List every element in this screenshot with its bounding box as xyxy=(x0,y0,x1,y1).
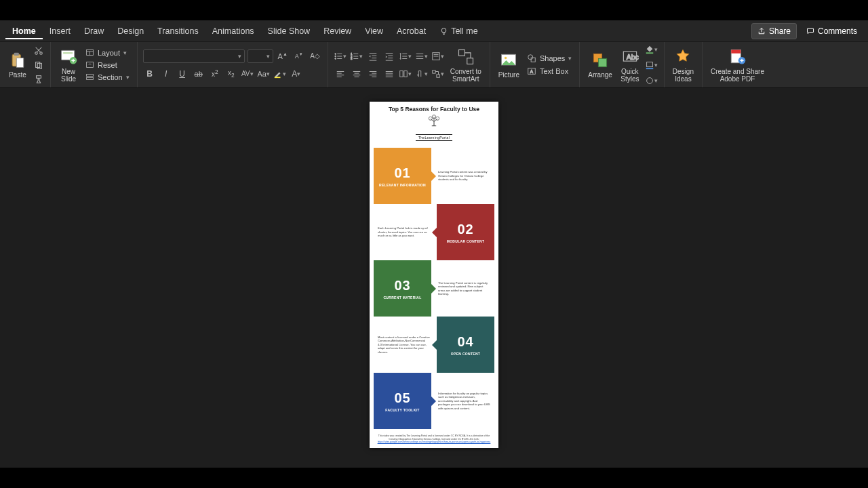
shape-fill-button[interactable]: ▾ xyxy=(645,43,658,56)
bullets-button[interactable]: ▾ xyxy=(334,49,347,63)
quick-styles-icon: Abc xyxy=(620,47,639,66)
reason-1: 01 RELEVANT INFORMATION Learning Portal … xyxy=(374,148,494,204)
paste-button[interactable]: Paste xyxy=(5,49,30,80)
text-direction-button[interactable]: ▾ xyxy=(415,49,429,63)
quick-styles-button[interactable]: Abc Quick Styles xyxy=(618,46,642,84)
reason-3-num: 03 xyxy=(394,278,410,293)
paste-label: Paste xyxy=(9,71,26,79)
tab-insert[interactable]: Insert xyxy=(43,22,77,39)
numbering-button[interactable]: 123▾ xyxy=(350,49,363,63)
create-share-adobe-pdf-button[interactable]: Create and Share Adobe PDF xyxy=(708,46,767,84)
align-vertical-icon xyxy=(431,52,441,61)
change-case-button[interactable]: Aa▾ xyxy=(257,67,271,81)
slide-logo-text: TheLearningPortal xyxy=(416,134,452,141)
new-slide-button[interactable]: New Slide xyxy=(56,46,81,84)
group-clipboard: Paste xyxy=(0,42,51,87)
group-paragraph: ▾ 123▾ ▾ ▾ ▾ ▾ ▾ ▾ xyxy=(328,42,490,87)
decrease-font-size-button[interactable]: A▼ xyxy=(292,49,306,63)
tab-slide-show[interactable]: Slide Show xyxy=(261,22,317,39)
align-right-button[interactable] xyxy=(366,67,380,81)
italic-button[interactable]: I xyxy=(159,67,173,81)
clear-formatting-button[interactable]: A◇ xyxy=(309,49,322,63)
justify-button[interactable] xyxy=(382,67,396,81)
svg-point-31 xyxy=(528,55,533,60)
section-button[interactable]: Section▾ xyxy=(83,72,132,82)
font-color-button[interactable]: A▾ xyxy=(290,67,303,81)
slide-canvas[interactable]: Top 5 Reasons for Faculty to Use TheLear… xyxy=(0,88,868,468)
text-box-button[interactable]: A Text Box xyxy=(525,66,574,77)
columns-icon xyxy=(399,69,408,79)
reset-icon xyxy=(85,60,94,69)
reason-2-heading: MODULAR CONTENT xyxy=(447,239,485,243)
font-highlight-button[interactable]: ▾ xyxy=(273,67,287,81)
tab-design[interactable]: Design xyxy=(111,22,151,39)
strikethrough-button[interactable]: ab xyxy=(192,67,205,81)
font-size-selector[interactable]: ▾ xyxy=(248,49,273,63)
text-effects-button[interactable]: AV▾ xyxy=(241,67,254,81)
superscript-button[interactable]: x2 xyxy=(208,67,222,81)
section-icon xyxy=(85,73,94,81)
letterbox-bottom xyxy=(0,468,868,488)
arrange-button[interactable]: Arrange xyxy=(585,49,615,80)
tab-review[interactable]: Review xyxy=(317,22,358,39)
copy-icon xyxy=(34,60,43,70)
svg-rect-39 xyxy=(646,52,654,54)
align-text-button[interactable]: ▾ xyxy=(431,49,445,63)
picture-button[interactable]: Picture xyxy=(496,49,522,80)
share-button[interactable]: Share xyxy=(751,23,797,39)
convert-smartart-icon xyxy=(456,47,475,66)
reason-4: 04 OPEN CONTENT Most content is licensed… xyxy=(374,317,494,373)
slide-title: Top 5 Reasons for Faculty to Use xyxy=(370,102,498,115)
smartart-small-icon xyxy=(431,69,441,79)
align-right-icon xyxy=(368,69,378,79)
tab-draw[interactable]: Draw xyxy=(77,22,111,39)
shape-outline-button[interactable]: ▾ xyxy=(645,58,658,72)
svg-rect-13 xyxy=(87,74,94,76)
credit-text: This video was created by The Learning P… xyxy=(378,434,490,441)
shapes-icon xyxy=(527,54,536,63)
tab-tell-me[interactable]: Tell me xyxy=(433,22,485,39)
cut-button[interactable] xyxy=(33,45,45,57)
convert-to-smartart-button[interactable]: Convert to SmartArt xyxy=(448,46,484,84)
line-spacing-button[interactable]: ▾ xyxy=(399,49,412,63)
reason-5-text: Information for faculty on popular topic… xyxy=(431,373,494,429)
copy-button[interactable] xyxy=(33,59,45,71)
reset-button[interactable]: Reset xyxy=(83,60,132,70)
align-left-button[interactable] xyxy=(334,67,347,81)
decrease-indent-button[interactable] xyxy=(366,49,380,63)
cut-icon xyxy=(34,46,43,56)
svg-rect-44 xyxy=(732,49,741,53)
smartart-small-button[interactable]: ▾ xyxy=(431,67,445,81)
design-ideas-button[interactable]: Design Ideas xyxy=(670,46,696,84)
svg-rect-12 xyxy=(87,62,94,67)
convert-smartart-label: Convert to SmartArt xyxy=(450,68,481,83)
format-painter-button[interactable] xyxy=(33,73,45,85)
shapes-button[interactable]: Shapes▾ xyxy=(525,53,574,64)
svg-point-46 xyxy=(429,117,432,120)
svg-rect-25 xyxy=(433,70,435,73)
comments-button[interactable]: Comments xyxy=(801,24,863,39)
rtl-icon xyxy=(415,69,425,79)
underline-button[interactable]: U xyxy=(176,67,189,81)
tab-home[interactable]: Home xyxy=(5,22,43,39)
slide[interactable]: Top 5 Reasons for Faculty to Use TheLear… xyxy=(370,102,498,448)
tab-view[interactable]: View xyxy=(358,22,390,39)
reason-4-num: 04 xyxy=(457,334,473,350)
tab-transitions[interactable]: Transitions xyxy=(151,22,205,39)
align-center-button[interactable] xyxy=(350,67,363,81)
columns-button[interactable]: ▾ xyxy=(399,67,412,81)
increase-font-size-button[interactable]: A▲ xyxy=(276,49,290,63)
layout-button[interactable]: Layout▾ xyxy=(83,47,132,58)
font-family-selector[interactable]: ▾ xyxy=(143,49,245,63)
bold-button[interactable]: B xyxy=(143,67,157,81)
subscript-button[interactable]: x2 xyxy=(224,67,238,81)
reason-1-num: 01 xyxy=(394,165,410,181)
tab-animations[interactable]: Animations xyxy=(205,22,261,39)
text-direction-icon xyxy=(415,52,425,61)
increase-indent-button[interactable] xyxy=(382,49,396,63)
credit-link[interactable]: https://sites.google.com/senecacollege.c… xyxy=(378,441,491,443)
shape-effects-button[interactable]: ▾ xyxy=(645,74,658,87)
text-box-label: Text Box xyxy=(540,67,568,75)
rtl-button[interactable]: ▾ xyxy=(415,67,429,81)
tab-acrobat[interactable]: Acrobat xyxy=(390,22,433,39)
